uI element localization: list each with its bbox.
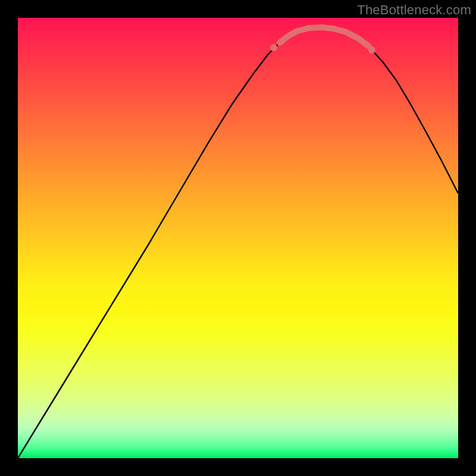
highlight-dot-left — [270, 44, 277, 51]
chart-svg — [18, 18, 458, 458]
curve-track — [18, 27, 458, 458]
highlight-segment — [280, 27, 369, 46]
highlight-dot-right — [368, 46, 375, 54]
plot-area — [18, 18, 458, 458]
watermark-text: TheBottleneck.com — [357, 2, 471, 18]
frame: TheBottleneck.com — [0, 0, 476, 476]
